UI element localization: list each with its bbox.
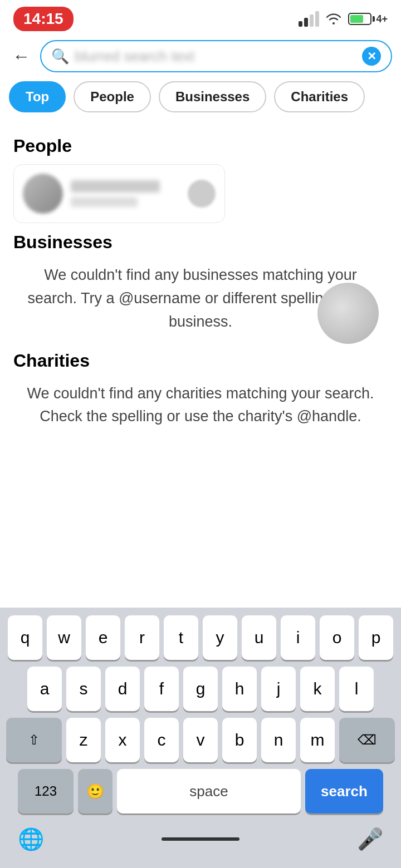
keyboard-bottom: 🌐 🎤 <box>4 820 397 868</box>
status-time: 14:15 <box>13 7 74 31</box>
key-q[interactable]: q <box>8 615 42 660</box>
key-r[interactable]: r <box>125 615 159 660</box>
search-icon: 🔍 <box>51 48 69 65</box>
signal-icon <box>299 11 319 27</box>
key-v[interactable]: v <box>183 718 218 762</box>
key-f[interactable]: f <box>144 667 179 711</box>
keyboard: q w e r t y u i o p a s d f g h j k l ⇧ … <box>0 608 401 868</box>
person-handle <box>71 197 138 207</box>
key-z[interactable]: z <box>66 718 101 762</box>
keyboard-row-2: a s d f g h j k l <box>4 667 397 711</box>
tab-businesses[interactable]: Businesses <box>159 81 266 112</box>
key-a[interactable]: a <box>27 667 62 711</box>
key-b[interactable]: b <box>222 718 257 762</box>
key-j[interactable]: j <box>261 667 296 711</box>
wifi-icon <box>325 12 343 26</box>
battery-icon: 4+ <box>348 13 388 25</box>
key-w[interactable]: w <box>47 615 81 660</box>
key-i[interactable]: i <box>281 615 315 660</box>
follow-button[interactable] <box>188 180 216 208</box>
keyboard-row-1: q w e r t y u i o p <box>4 615 397 660</box>
key-numbers[interactable]: 123 <box>18 769 74 813</box>
key-e[interactable]: e <box>86 615 120 660</box>
charities-heading: Charities <box>13 351 388 371</box>
person-info <box>71 180 180 207</box>
filter-tabs: Top People Businesses Charities <box>0 79 401 121</box>
key-h[interactable]: h <box>222 667 257 711</box>
avatar <box>23 174 63 214</box>
key-l[interactable]: l <box>339 667 374 711</box>
key-backspace[interactable]: ⌫ <box>339 718 395 762</box>
tab-charities[interactable]: Charities <box>274 81 365 112</box>
key-m[interactable]: m <box>300 718 335 762</box>
charities-empty-text: We couldn't find any charities matching … <box>19 382 382 429</box>
key-o[interactable]: o <box>320 615 354 660</box>
people-heading: People <box>13 136 388 156</box>
key-x[interactable]: x <box>105 718 140 762</box>
keyboard-row-4: 123 🙂 space search <box>4 769 397 813</box>
person-name <box>71 180 160 193</box>
person-card[interactable] <box>13 164 225 223</box>
key-emoji[interactable]: 🙂 <box>78 769 113 813</box>
key-y[interactable]: y <box>203 615 237 660</box>
search-input-container[interactable]: 🔍 ✕ <box>40 40 392 72</box>
back-button[interactable]: ← <box>9 44 33 68</box>
businesses-heading: Businesses <box>13 232 388 253</box>
back-arrow-icon: ← <box>12 46 30 67</box>
key-shift[interactable]: ⇧ <box>6 718 62 762</box>
main-content: People Businesses We couldn't find any b… <box>0 121 401 451</box>
key-t[interactable]: t <box>164 615 198 660</box>
key-s[interactable]: s <box>66 667 101 711</box>
search-bar-row: ← 🔍 ✕ <box>0 36 401 79</box>
tab-top[interactable]: Top <box>9 81 66 112</box>
key-c[interactable]: c <box>144 718 179 762</box>
clear-button[interactable]: ✕ <box>362 47 381 66</box>
status-bar: 14:15 4+ <box>0 0 401 36</box>
keyboard-row-3: ⇧ z x c v b n m ⌫ <box>4 718 397 762</box>
clear-icon: ✕ <box>367 50 376 63</box>
tab-people[interactable]: People <box>74 81 151 112</box>
key-space[interactable]: space <box>117 769 301 813</box>
search-input[interactable] <box>75 48 356 65</box>
home-indicator <box>162 837 239 841</box>
key-p[interactable]: p <box>359 615 393 660</box>
key-search[interactable]: search <box>305 769 383 813</box>
key-d[interactable]: d <box>105 667 140 711</box>
globe-icon[interactable]: 🌐 <box>18 827 44 851</box>
key-k[interactable]: k <box>300 667 335 711</box>
key-n[interactable]: n <box>261 718 296 762</box>
status-icons: 4+ <box>299 11 388 27</box>
key-u[interactable]: u <box>242 615 276 660</box>
microphone-icon[interactable]: 🎤 <box>357 827 383 851</box>
key-g[interactable]: g <box>183 667 218 711</box>
decoration-circle <box>317 283 379 344</box>
